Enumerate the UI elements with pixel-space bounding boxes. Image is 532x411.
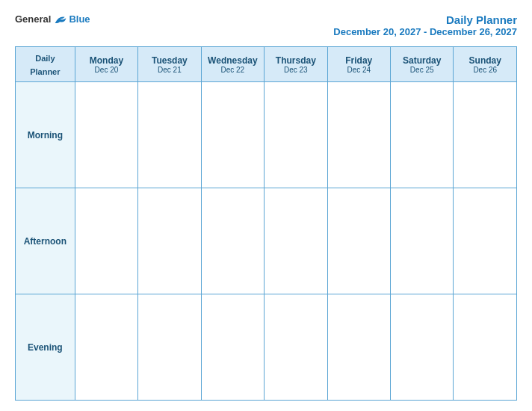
- morning-thursday[interactable]: [265, 82, 327, 188]
- evening-tuesday[interactable]: [138, 294, 201, 401]
- afternoon-tuesday[interactable]: [138, 188, 201, 294]
- row-label-afternoon: Afternoon: [16, 188, 75, 294]
- evening-sunday[interactable]: [454, 294, 517, 401]
- evening-friday[interactable]: [327, 294, 390, 401]
- afternoon-monday[interactable]: [75, 188, 137, 294]
- table-header-wednesday: Wednesday Dec 22: [201, 47, 264, 82]
- evening-thursday[interactable]: [265, 294, 327, 401]
- table-header-monday: Monday Dec 20: [75, 47, 137, 82]
- table-header-label: Daily Planner: [16, 47, 75, 82]
- planner-table: Daily Planner Monday Dec 20 Tuesday Dec …: [15, 46, 517, 401]
- afternoon-wednesday[interactable]: [201, 188, 264, 294]
- row-label-evening: Evening: [16, 294, 75, 401]
- table-header-friday: Friday Dec 24: [327, 47, 390, 82]
- logo-area: General Blue: [15, 13, 90, 25]
- logo-general: General: [15, 13, 51, 25]
- morning-wednesday[interactable]: [201, 82, 264, 188]
- table-row-evening: Evening: [16, 294, 517, 401]
- evening-wednesday[interactable]: [201, 294, 264, 401]
- logo-blue: Blue: [69, 13, 90, 25]
- table-row-afternoon: Afternoon: [16, 188, 517, 294]
- table-header-saturday: Saturday Dec 25: [390, 47, 453, 82]
- morning-saturday[interactable]: [390, 82, 453, 188]
- header-row: Daily Planner Monday Dec 20 Tuesday Dec …: [16, 47, 517, 82]
- morning-tuesday[interactable]: [138, 82, 201, 188]
- table-header-thursday: Thursday Dec 23: [265, 47, 327, 82]
- table-header-sunday: Sunday Dec 26: [454, 47, 517, 82]
- morning-friday[interactable]: [327, 82, 390, 188]
- table-row-morning: Morning: [16, 82, 517, 188]
- page: General Blue Daily Planner December 20, …: [0, 0, 532, 411]
- afternoon-thursday[interactable]: [265, 188, 327, 294]
- logo-text: General Blue: [15, 13, 90, 25]
- afternoon-saturday[interactable]: [390, 188, 453, 294]
- title-area: Daily Planner December 20, 2027 - Decemb…: [333, 13, 517, 37]
- title-sub: December 20, 2027 - December 26, 2027: [333, 26, 517, 37]
- afternoon-friday[interactable]: [327, 188, 390, 294]
- morning-monday[interactable]: [75, 82, 137, 188]
- evening-saturday[interactable]: [390, 294, 453, 401]
- evening-monday[interactable]: [75, 294, 137, 401]
- morning-sunday[interactable]: [454, 82, 517, 188]
- row-label-morning: Morning: [16, 82, 75, 188]
- title-main: Daily Planner: [333, 13, 517, 26]
- afternoon-sunday[interactable]: [454, 188, 517, 294]
- logo-bird-icon: [54, 14, 67, 25]
- header: General Blue Daily Planner December 20, …: [15, 13, 517, 37]
- table-header-tuesday: Tuesday Dec 21: [138, 47, 201, 82]
